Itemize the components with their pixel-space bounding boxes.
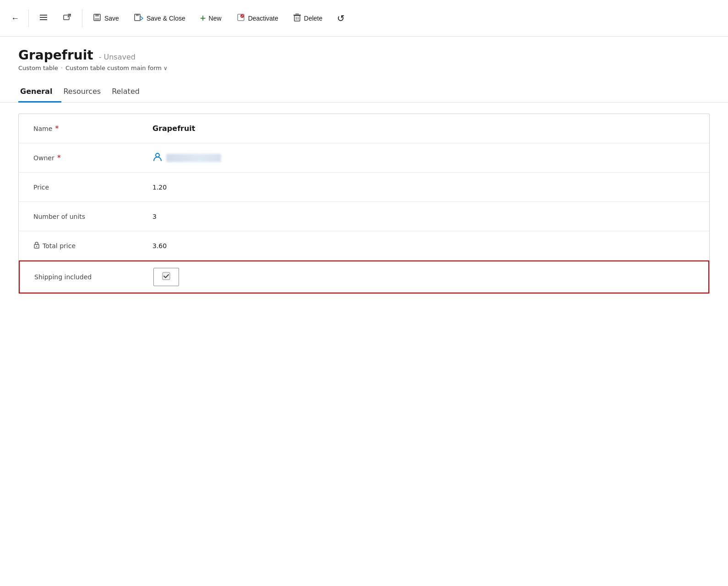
chevron-down-icon: ∨ xyxy=(163,65,168,71)
breadcrumb-separator: · xyxy=(61,65,63,71)
field-label-number-of-units: Number of units xyxy=(33,213,152,220)
form-selector-label: Custom table custom main form xyxy=(65,65,162,71)
field-label-owner: Owner * xyxy=(33,153,152,162)
tab-resources-label: Resources xyxy=(63,87,101,96)
checkmark-icon xyxy=(162,272,170,282)
field-value-total-price: 3.60 xyxy=(152,242,695,250)
tabs-bar: General Resources Related xyxy=(0,82,728,103)
svg-rect-2 xyxy=(40,19,47,20)
field-value-shipping-included xyxy=(153,268,694,286)
back-icon: ← xyxy=(11,14,19,22)
toolbar-separator-1 xyxy=(28,9,29,27)
required-indicator-name: * xyxy=(55,124,59,133)
shipping-checkbox[interactable] xyxy=(153,268,179,286)
required-indicator-owner: * xyxy=(57,153,61,162)
save-close-label: Save & Close xyxy=(147,15,185,22)
field-label-name: Name * xyxy=(33,124,152,133)
tab-related[interactable]: Related xyxy=(110,82,149,103)
delete-button[interactable]: Delete xyxy=(287,6,329,30)
svg-rect-5 xyxy=(95,14,99,16)
unsaved-badge: - Unsaved xyxy=(99,53,136,61)
save-button[interactable]: Save xyxy=(86,6,125,30)
owner-field-container xyxy=(152,152,695,164)
open-new-window-button[interactable] xyxy=(56,6,78,30)
delete-label: Delete xyxy=(304,15,322,22)
field-label-shipping-included: Shipping included xyxy=(34,273,153,281)
svg-point-17 xyxy=(156,153,159,157)
person-icon xyxy=(152,152,163,164)
tab-related-label: Related xyxy=(112,87,140,96)
field-label-total-price: Total price xyxy=(33,241,152,250)
svg-rect-0 xyxy=(40,15,47,16)
save-icon xyxy=(92,13,102,23)
owner-name-blurred xyxy=(166,154,221,162)
field-label-price: Price xyxy=(33,184,152,191)
field-row-name: Name * Grapefruit xyxy=(19,114,709,143)
lock-icon xyxy=(33,241,40,250)
new-button[interactable]: + New xyxy=(194,6,228,30)
toolbar-separator-2 xyxy=(82,9,82,27)
form-selector[interactable]: Custom table custom main form ∨ xyxy=(65,65,168,71)
svg-rect-3 xyxy=(64,15,69,20)
field-row-owner: Owner * xyxy=(19,143,709,173)
svg-rect-1 xyxy=(40,17,47,18)
refresh-button[interactable]: ↺ xyxy=(331,6,351,30)
save-close-button[interactable]: Save & Close xyxy=(127,6,192,30)
breadcrumb-table: Custom table xyxy=(18,65,58,71)
back-button[interactable]: ← xyxy=(5,6,25,30)
tab-resources[interactable]: Resources xyxy=(61,82,110,103)
deactivate-icon xyxy=(236,13,245,23)
svg-point-19 xyxy=(36,246,37,247)
page-header: Grapefruit - Unsaved Custom table · Cust… xyxy=(0,37,728,75)
open-new-window-icon xyxy=(63,13,72,23)
svg-rect-14 xyxy=(294,16,300,21)
list-view-icon xyxy=(39,13,48,23)
delete-icon xyxy=(293,13,301,23)
save-close-icon xyxy=(134,13,144,23)
field-value-name[interactable]: Grapefruit xyxy=(152,124,695,133)
field-row-total-price: Total price 3.60 xyxy=(19,231,709,260)
field-row-price: Price 1.20 xyxy=(19,173,709,202)
field-value-number-of-units[interactable]: 3 xyxy=(152,213,695,220)
toolbar: ← Save xyxy=(0,0,728,37)
svg-rect-8 xyxy=(136,14,139,16)
new-label: New xyxy=(209,15,222,22)
deactivate-label: Deactivate xyxy=(248,15,278,22)
deactivate-button[interactable]: Deactivate xyxy=(230,6,285,30)
record-name: Grapefruit xyxy=(18,48,93,63)
field-value-price[interactable]: 1.20 xyxy=(152,184,695,191)
new-icon: + xyxy=(200,12,206,24)
svg-rect-6 xyxy=(95,18,99,20)
list-view-button[interactable] xyxy=(33,6,54,30)
save-label: Save xyxy=(104,15,119,22)
field-value-owner[interactable] xyxy=(152,152,695,164)
form-content: Name * Grapefruit Owner * xyxy=(0,103,728,305)
tab-general[interactable]: General xyxy=(18,82,61,103)
refresh-icon: ↺ xyxy=(337,13,345,24)
tab-general-label: General xyxy=(20,87,52,96)
form-section-general: Name * Grapefruit Owner * xyxy=(18,114,710,294)
field-row-number-of-units: Number of units 3 xyxy=(19,202,709,231)
breadcrumb: Custom table · Custom table custom main … xyxy=(18,65,710,71)
record-title: Grapefruit - Unsaved xyxy=(18,48,710,63)
svg-rect-13 xyxy=(295,13,299,15)
field-row-shipping-included: Shipping included xyxy=(19,260,709,293)
